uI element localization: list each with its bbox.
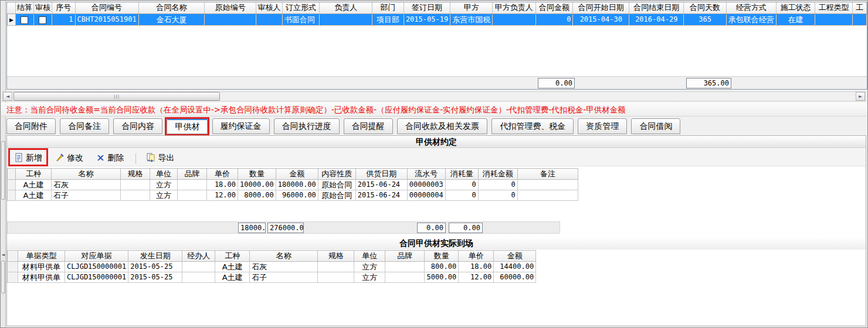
col-header-department[interactable]: 部门	[372, 2, 404, 13]
cell-amount[interactable]: 180000.00	[276, 180, 318, 190]
col-header-party-a[interactable]: 甲方	[450, 2, 493, 13]
cell-worktype[interactable]: A土建	[16, 190, 52, 201]
audit-checkbox[interactable]	[39, 16, 46, 24]
cell-consumed-amount[interactable]: 0	[478, 190, 517, 201]
col-header-project-type[interactable]: 工程类型	[815, 2, 853, 13]
col-header-serial-no[interactable]: 流水号	[407, 169, 445, 180]
cell-manager[interactable]	[320, 13, 372, 25]
add-button[interactable]: 新增	[12, 151, 47, 165]
cell-related-doc[interactable]: CLJGD150000001	[65, 272, 128, 283]
cell-consumed-qty[interactable]: 0	[445, 180, 478, 190]
col-header-operation-mode[interactable]: 经营方式	[726, 2, 776, 13]
tab-owner-supplied-material[interactable]: 甲供材	[167, 118, 208, 134]
cell-seq[interactable]: 1	[52, 13, 75, 25]
col-header-party-a-manager[interactable]: 甲方负责人	[493, 2, 535, 13]
col-header-manager[interactable]: 负责人	[320, 2, 372, 13]
delete-button[interactable]: 删除	[94, 151, 128, 165]
cell-name[interactable]: 石子	[250, 272, 318, 283]
col-header-content-nature[interactable]: 内容性质	[318, 169, 355, 180]
cell-brand[interactable]	[178, 180, 207, 190]
arrival-row[interactable]: 材料甲供单 CLJGD150000001 2015-05-25 A土建 石子 立…	[8, 272, 536, 283]
cell-remark[interactable]	[517, 190, 578, 201]
agreement-row[interactable]: A土建 石子 立方 12.00 8000.00 96000.00 原始合同 20…	[8, 190, 578, 201]
cell-sign-date[interactable]: 2015-05-19	[404, 13, 450, 25]
left-scrollbar-thumb[interactable]	[1, 141, 5, 200]
col-header-unit-price[interactable]: 单价	[207, 169, 238, 180]
cell-consumed-qty[interactable]: 0	[445, 190, 478, 201]
cell-worktype[interactable]: A土建	[16, 180, 52, 190]
tab-performance-bond[interactable]: 履约保证金	[212, 118, 270, 134]
cell-unit[interactable]: 立方	[150, 180, 178, 190]
cell-supply-date[interactable]: 2015-06-24	[355, 180, 407, 190]
col-header-spec[interactable]: 规格	[121, 169, 150, 180]
cell-handler[interactable]	[182, 272, 215, 283]
col-header-sign-date[interactable]: 签订日期	[404, 2, 450, 13]
col-header-occur-date[interactable]: 发生日期	[128, 251, 182, 262]
cell-amount[interactable]: 96000.00	[276, 190, 318, 201]
cell-unit-price[interactable]: 12.00	[207, 190, 238, 201]
cell-doc-type[interactable]: 材料甲供单	[18, 272, 65, 283]
left-scrollbar-thumb[interactable]	[1, 261, 5, 293]
cell-brand[interactable]	[178, 190, 207, 201]
cell-extra[interactable]	[852, 13, 866, 25]
left-scrollbar[interactable]: ◄	[1, 1, 6, 328]
col-header-settle[interactable]: 结算	[15, 2, 33, 13]
cell-unit[interactable]: 立方	[354, 272, 385, 283]
modify-button[interactable]: 修改	[53, 151, 88, 165]
cell-unit-price[interactable]: 12.00	[459, 272, 494, 283]
cell-party-a[interactable]: 东营市国税	[450, 13, 493, 25]
col-header-construction-status[interactable]: 施工状态	[776, 2, 815, 13]
cell-unit[interactable]: 立方	[354, 262, 385, 272]
cell-quantity[interactable]: 10000.00	[238, 180, 276, 190]
col-header-consumed-amount[interactable]: 消耗金额	[478, 169, 517, 180]
cell-serial-no[interactable]: 00000004	[407, 190, 445, 201]
col-header-brand[interactable]: 品牌	[385, 251, 425, 262]
scroll-left-icon[interactable]: ◄	[3, 92, 12, 101]
cell-name[interactable]: 石灰	[250, 262, 318, 272]
cell-days[interactable]: 365	[684, 13, 726, 25]
col-header-unit-price[interactable]: 单价	[459, 251, 494, 262]
col-header-related-doc[interactable]: 对应单据	[65, 251, 128, 262]
col-header-unit[interactable]: 单位	[354, 251, 385, 262]
cell-amount[interactable]: 60000.00	[494, 272, 536, 283]
cell-original-no[interactable]	[205, 13, 256, 25]
horizontal-scrollbar[interactable]: ◄ ||| ►	[2, 91, 866, 101]
cell-operation-mode[interactable]: 承包联合经营	[726, 13, 776, 25]
cell-quantity[interactable]: 8000.00	[238, 190, 276, 201]
arrival-row[interactable]: 材料甲供单 CLJGD150000001 2015-05-25 A土建 石灰 立…	[8, 262, 536, 272]
export-button[interactable]: 导出	[144, 151, 179, 165]
cell-serial-no[interactable]: 00000003	[407, 180, 445, 190]
cell-occur-date[interactable]: 2015-05-25	[128, 262, 182, 272]
cell-related-doc[interactable]: CLJGD150000001	[65, 262, 128, 272]
col-header-name[interactable]: 名称	[52, 169, 121, 180]
cell-spec[interactable]	[318, 272, 354, 283]
tab-qualification-management[interactable]: 资质管理	[578, 118, 627, 134]
cell-project-type[interactable]	[815, 13, 853, 25]
cell-contract-no[interactable]: CBHT2015051901	[75, 13, 138, 25]
cell-spec[interactable]	[121, 190, 150, 201]
col-header-days[interactable]: 合同天数	[684, 2, 726, 13]
horizontal-scrollbar-thumb[interactable]: |||	[13, 92, 220, 101]
cell-brand[interactable]	[385, 272, 425, 283]
cell-department[interactable]: 项目部	[372, 13, 404, 25]
col-header-start-date[interactable]: 合同开始日期	[573, 2, 629, 13]
col-header-quantity[interactable]: 数量	[238, 169, 276, 180]
cell-unit-price[interactable]: 18.00	[207, 180, 238, 190]
col-header-spec[interactable]: 规格	[318, 251, 354, 262]
col-header-quantity[interactable]: 数量	[425, 251, 459, 262]
col-header-handler[interactable]: 经办人	[182, 251, 215, 262]
cell-party-a-manager[interactable]	[493, 13, 535, 25]
cell-handler[interactable]	[182, 262, 215, 272]
cell-contract-name[interactable]: 金石大厦	[138, 13, 205, 25]
cell-name[interactable]: 石子	[52, 190, 121, 201]
cell-spec[interactable]	[318, 262, 354, 272]
tab-contract-borrowing[interactable]: 合同借阅	[631, 118, 680, 134]
cell-spec[interactable]	[121, 180, 150, 190]
cell-auditor[interactable]	[256, 13, 283, 25]
audit-checkbox-cell[interactable]	[33, 13, 52, 25]
cell-worktype[interactable]: A土建	[215, 272, 250, 283]
cell-start-date[interactable]: 2015-04-30	[573, 13, 629, 25]
cell-end-date[interactable]: 2016-04-29	[629, 13, 684, 25]
cell-brand[interactable]	[385, 262, 425, 272]
cell-construction-status[interactable]: 在建	[776, 13, 815, 25]
